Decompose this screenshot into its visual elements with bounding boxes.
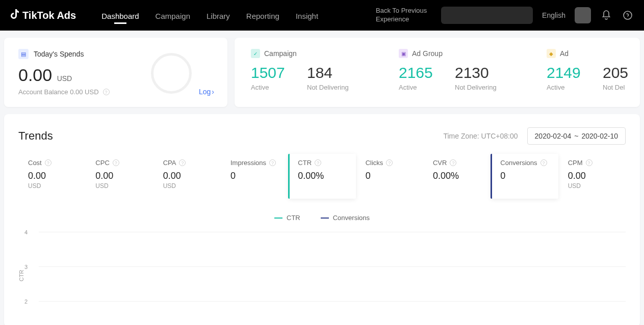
stat-label: Not Del	[603, 84, 640, 91]
trends-title: Trends	[18, 129, 53, 143]
trends-header: Trends Time Zone: UTC+08:00 2020-02-04 ~…	[18, 127, 626, 145]
adgroup-level-icon: ▣	[399, 49, 408, 58]
metric-help-icon[interactable]: ?	[386, 159, 393, 166]
overview-card: ✓ Campaign 1507 Active 184 Not Deliverin…	[235, 38, 640, 107]
metric-cpc[interactable]: CPC? 0.00 USD	[86, 154, 153, 199]
nav-library[interactable]: Library	[207, 2, 230, 29]
y-tick: 3	[24, 264, 28, 270]
metric-conversions[interactable]: Conversions? 0	[491, 154, 558, 199]
avatar[interactable]	[575, 7, 591, 23]
top-nav-bar: TikTok Ads Dashboard Campaign Library Re…	[0, 0, 644, 31]
trends-controls: Time Zone: UTC+08:00 2020-02-04 ~ 2020-0…	[443, 127, 626, 145]
legend-ctr[interactable]: CTR	[274, 214, 300, 222]
stat-label: Active	[251, 84, 292, 91]
timezone-label: Time Zone: UTC+08:00	[443, 132, 518, 140]
nav-campaign[interactable]: Campaign	[156, 2, 190, 29]
overview-level-header: ✓ Campaign	[251, 49, 399, 58]
metric-help-icon[interactable]: ?	[586, 159, 593, 166]
overview-level-header: ▣ Ad Group	[399, 49, 547, 58]
stat-number: 1507	[251, 64, 292, 82]
log-link[interactable]: Log ›	[199, 88, 214, 96]
adgroup-label: Ad Group	[412, 49, 443, 58]
y-tick: 2	[24, 299, 28, 305]
legend-swatch	[274, 218, 282, 219]
adgroup-active-stat[interactable]: 2165 Active	[399, 64, 440, 91]
stat-label: Not Delivering	[455, 84, 497, 91]
header-right-controls: Back To Previous Experience English	[376, 7, 634, 24]
metric-cvr[interactable]: CVR? 0.00%	[423, 154, 491, 199]
metric-help-icon[interactable]: ?	[269, 159, 276, 166]
ad-stats: 2149 Active 205 Not Del	[547, 64, 640, 91]
date-range-picker[interactable]: 2020-02-04 ~ 2020-02-10	[527, 127, 626, 145]
metric-help-icon[interactable]: ?	[540, 159, 547, 166]
spend-amount-value: 0.00	[18, 65, 52, 85]
account-selector[interactable]	[441, 7, 533, 24]
adgroup-notdelivering-stat[interactable]: 2130 Not Delivering	[455, 64, 497, 91]
metric-cpm[interactable]: CPM? 0.00 USD	[558, 154, 626, 199]
svg-point-0	[624, 11, 632, 19]
metric-impressions[interactable]: Impressions? 0	[221, 154, 288, 199]
ad-level-icon: ◆	[547, 49, 556, 58]
tiktok-note-icon	[10, 9, 19, 22]
trends-card: Trends Time Zone: UTC+08:00 2020-02-04 ~…	[4, 114, 640, 325]
chevron-right-icon: ›	[212, 88, 214, 96]
nav-dashboard[interactable]: Dashboard	[101, 2, 139, 29]
stat-number: 2130	[455, 64, 497, 82]
overview-campaign-section: ✓ Campaign 1507 Active 184 Not Deliverin…	[251, 49, 399, 96]
ad-notdel-stat[interactable]: 205 Not Del	[603, 64, 640, 91]
balance-text: Account Balance 0.00 USD	[18, 88, 99, 96]
metric-clicks[interactable]: Clicks? 0	[356, 154, 423, 199]
metric-help-icon[interactable]: ?	[179, 159, 186, 166]
metric-help-icon[interactable]: ?	[113, 159, 119, 166]
log-text: Log	[199, 88, 211, 96]
campaign-level-icon: ✓	[251, 49, 260, 58]
stat-number: 184	[307, 64, 349, 82]
metric-cpa[interactable]: CPA? 0.00 USD	[153, 154, 221, 199]
logo-text: TikTok Ads	[22, 10, 76, 21]
dashboard-content: ▤ Today's Spends 0.00 USD Account Balanc…	[0, 31, 644, 325]
campaign-stats: 1507 Active 184 Not Delivering	[251, 64, 399, 91]
metrics-row: Cost? 0.00 USD CPC? 0.00 USD CPA? 0.00 U…	[18, 154, 626, 199]
campaign-active-stat[interactable]: 1507 Active	[251, 64, 292, 91]
ad-label: Ad	[560, 49, 569, 58]
y-axis-label: CTR	[18, 270, 24, 282]
spend-donut-chart	[151, 53, 192, 94]
date-to: 2020-02-10	[581, 132, 618, 140]
notifications-icon[interactable]	[600, 9, 612, 21]
metric-help-icon[interactable]: ?	[45, 159, 51, 166]
stat-number: 2149	[547, 64, 587, 82]
nav-reporting[interactable]: Reporting	[246, 2, 279, 29]
metric-cost[interactable]: Cost? 0.00 USD	[18, 154, 86, 199]
spend-card: ▤ Today's Spends 0.00 USD Account Balanc…	[4, 38, 227, 107]
language-selector[interactable]: English	[542, 11, 565, 19]
grid-line	[39, 301, 626, 302]
legend-swatch	[321, 218, 329, 219]
spend-currency: USD	[57, 74, 72, 83]
metric-help-icon[interactable]: ?	[315, 159, 321, 166]
brand-logo: TikTok Ads	[10, 9, 76, 22]
adgroup-stats: 2165 Active 2130 Not Delivering	[399, 64, 547, 91]
campaign-notdelivering-stat[interactable]: 184 Not Delivering	[307, 64, 349, 91]
grid-line	[39, 266, 626, 267]
back-to-previous-link[interactable]: Back To Previous Experience	[376, 7, 432, 24]
stat-label: Active	[399, 84, 440, 91]
y-tick: 4	[24, 229, 28, 235]
stat-number: 2165	[399, 64, 440, 82]
grid-line	[39, 232, 626, 232]
stat-number: 205	[603, 64, 640, 82]
overview-ad-section: ◆ Ad 2149 Active 205 Not Del	[547, 49, 640, 96]
legend-conversions[interactable]: Conversions	[321, 214, 370, 222]
trends-chart: CTR 4 3 2	[18, 232, 626, 313]
date-separator: ~	[574, 132, 578, 140]
overview-adgroup-section: ▣ Ad Group 2165 Active 2130 Not Deliveri…	[399, 49, 547, 96]
spend-title: Today's Spends	[34, 50, 84, 58]
ad-active-stat[interactable]: 2149 Active	[547, 64, 587, 91]
nav-insight[interactable]: Insight	[296, 2, 318, 29]
metric-help-icon[interactable]: ?	[450, 159, 456, 166]
stat-label: Not Delivering	[307, 84, 349, 91]
spend-icon: ▤	[18, 49, 29, 59]
balance-help-icon[interactable]: ?	[103, 89, 110, 95]
metric-ctr[interactable]: CTR? 0.00%	[288, 154, 355, 199]
stat-label: Active	[547, 84, 587, 91]
help-icon[interactable]	[622, 9, 634, 21]
